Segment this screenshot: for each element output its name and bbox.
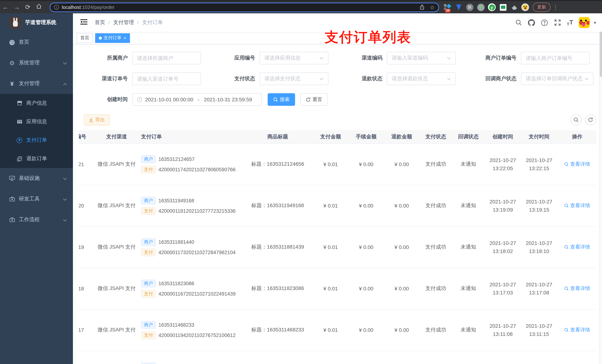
merchant-tag: 商户 [141, 155, 156, 163]
merchant-tag: 商户 [141, 238, 156, 246]
extension-gem-icon[interactable] [455, 3, 462, 11]
show-search-toggle-button[interactable] [570, 114, 582, 125]
filter-label: 支付状态 [216, 75, 259, 82]
channel-code-select[interactable]: 请输入渠道编码 [387, 52, 456, 64]
sidebar-item-home[interactable]: 首页 [0, 32, 73, 52]
channel-pay-no: 4200001167202110271022491439 [159, 291, 236, 296]
sidebar-item-system[interactable]: ⚙ 系统管理 [0, 52, 73, 73]
browser-forward-icon[interactable]: → [11, 3, 22, 11]
extension-command-icon[interactable]: ⌘ [466, 3, 473, 11]
extension-y-icon[interactable]: y [488, 3, 496, 11]
sidebar-item-workflow[interactable]: 工作流程 [0, 209, 73, 230]
browser-chrome: ← → ⟳ i localhost:1024/pay/order ☆ 10 ⌘ … [0, 0, 602, 13]
channel-order-no-input[interactable] [132, 73, 201, 85]
extension-chat-icon[interactable] [499, 3, 507, 11]
cell-create-time [485, 351, 521, 364]
avatar[interactable] [579, 17, 590, 28]
address-bar[interactable]: i localhost:1024/pay/order ☆ [50, 2, 439, 12]
channel-pay-no: 4200001173202110272847982104 [159, 250, 236, 255]
view-detail-link[interactable]: 查看详情 [564, 202, 590, 209]
search-icon [573, 117, 579, 123]
sidebar-item-pay-order[interactable]: ¥ 支付订单 [0, 131, 73, 149]
merchant-order-no-input[interactable] [521, 52, 590, 64]
table-header-row: 编号 支付渠道 支付订单 商品标题 支付金额 手续金额 退款金额 支付状态 回调… [79, 130, 596, 144]
cell-refund: ¥ 0.00 [384, 226, 419, 268]
cell-fee: ¥ 0.00 [348, 226, 384, 268]
extension-tasks-icon[interactable]: 10 [443, 3, 451, 11]
view-detail-label: 查看详情 [570, 244, 590, 250]
sidebar-logo[interactable]: 芋道管理系统 [0, 13, 73, 32]
pay-time: 13:22:15 [521, 164, 557, 172]
tab-home[interactable]: 首页 [77, 33, 93, 43]
table-row: 19 微信 JSAPI 支付 商户 1635311881440 支付 42000… [79, 226, 596, 268]
title-value: 1635312124656 [267, 161, 304, 167]
select-placeholder: 请选择应用信息 [264, 55, 301, 62]
browser-menu-icon[interactable]: ⋮ [553, 4, 558, 10]
chevron-down-icon [63, 217, 67, 223]
breadcrumb-home[interactable]: 首页 [95, 19, 105, 26]
pay-status-select[interactable]: 请选择支付状态 [259, 73, 328, 85]
tab-close-icon[interactable]: × [124, 36, 126, 40]
cell-create-time: 2021-10-27 13:18:02 [485, 226, 521, 268]
view-detail-label: 查看详情 [570, 285, 590, 292]
view-detail-link[interactable]: 查看详情 [564, 285, 590, 292]
page-scrollbar[interactable] [599, 13, 602, 364]
view-detail-label: 查看详情 [570, 202, 590, 209]
github-icon[interactable] [528, 19, 535, 26]
bookmark-star-icon[interactable]: ☆ [430, 4, 435, 10]
app-select[interactable]: 请选择应用信息 [259, 52, 328, 64]
shop-icon [16, 100, 22, 106]
refund-status-select[interactable]: 请选择退款状态 [387, 73, 456, 85]
create-time-range-picker[interactable]: 2021-10-01 00:00:00 - 2021-10-31 23:59:5… [132, 93, 262, 106]
sidebar-collapse-icon[interactable] [78, 19, 90, 26]
search-button[interactable]: 搜索 [268, 93, 295, 106]
share-icon[interactable] [419, 4, 424, 10]
cell-pay-order: 商户 1635311949168 支付 42000011812021102777… [137, 185, 243, 226]
search-icon[interactable] [515, 19, 522, 26]
filter-label: 应用编号 [216, 55, 259, 62]
view-detail-link[interactable]: 查看详情 [564, 161, 590, 167]
sidebar: 芋道管理系统 首页 ⚙ 系统管理 ¥ 支付管理 [0, 13, 73, 364]
fullscreen-icon[interactable] [554, 19, 561, 26]
export-button[interactable]: 导出 [84, 114, 110, 125]
extension-puzzle-icon[interactable] [510, 3, 518, 11]
create-time: 13:17:03 [485, 289, 521, 297]
view-detail-link[interactable]: 查看详情 [564, 244, 590, 250]
breadcrumb-pay[interactable]: 支付管理 [113, 19, 134, 26]
sidebar-item-refund-order[interactable]: 退款订单 [0, 149, 73, 168]
site-info-icon[interactable]: i [54, 5, 59, 10]
refresh-icon [306, 97, 311, 102]
date-separator: - [196, 96, 201, 103]
merchant-tag: 商户 [141, 321, 156, 329]
cell-channel: 微信 JSAPI 支付 [96, 185, 137, 226]
cell-fee: ¥ 0.00 [348, 144, 384, 185]
callback-status-select[interactable]: 请选择订单回调商户状态 [521, 73, 593, 85]
sidebar-submenu-pay: 商户信息 应用信息 ¥ 支付订单 退款订单 [0, 94, 73, 168]
extension-recorder-icon[interactable] [477, 3, 485, 11]
sidebar-item-infra[interactable]: 基础设施 [0, 168, 73, 189]
merchant-input[interactable] [132, 52, 201, 64]
refresh-table-button[interactable] [585, 114, 596, 125]
sidebar-item-devtools[interactable]: 研发工具 [0, 189, 73, 209]
browser-reload-icon[interactable]: ⟳ [22, 3, 33, 11]
view-detail-link[interactable]: 查看详情 [564, 327, 590, 333]
browser-back-icon[interactable]: ← [0, 3, 11, 11]
cell-id [79, 351, 96, 364]
sidebar-item-pay[interactable]: ¥ 支付管理 [0, 73, 73, 94]
reset-button[interactable]: 重置 [300, 93, 328, 106]
tab-pay-order[interactable]: 支付订单 × [95, 33, 130, 43]
browser-home-icon[interactable] [33, 3, 44, 11]
filter-row-3: 创建时间 2021-10-01 00:00:00 - 2021-10-31 23… [89, 93, 602, 106]
sidebar-item-app-info[interactable]: 应用信息 [0, 113, 73, 131]
url-path: :1024/pay/order [81, 4, 115, 10]
chevron-down-icon [320, 77, 323, 80]
extension-emoji-icon[interactable] [521, 3, 529, 11]
browser-update-button[interactable]: 更新 [533, 3, 550, 12]
avatar-caret-icon[interactable]: ▼ [593, 21, 597, 25]
help-icon[interactable] [541, 19, 548, 26]
yuan-icon: ¥ [9, 81, 15, 87]
search-button-label: 搜索 [280, 96, 290, 103]
font-size-icon[interactable]: TT [567, 19, 573, 26]
cell-title: 标题：1635311823086 [243, 268, 313, 309]
sidebar-item-merchant-info[interactable]: 商户信息 [0, 94, 73, 113]
